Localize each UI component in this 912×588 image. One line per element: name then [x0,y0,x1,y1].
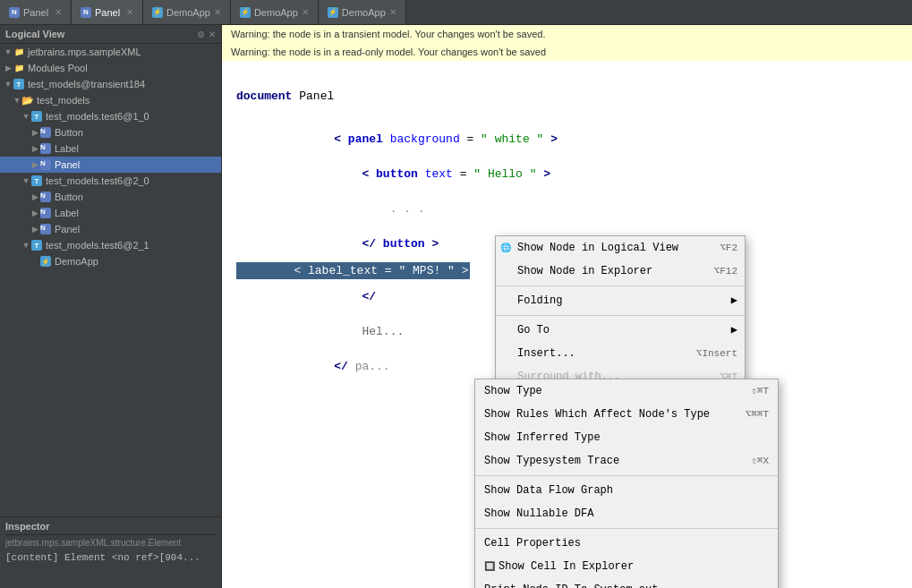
menu-item-goto[interactable]: Go To ▶ [496,319,745,342]
item-label: Print Node ID To System.out [484,582,658,588]
menu-item-insert[interactable]: Insert... ⌥Insert [496,342,745,365]
expand-arrow[interactable]: ▶ [30,144,39,153]
n-icon: N [39,191,52,203]
tab-panel-2[interactable]: N Panel ✕ [72,0,143,24]
close-icon[interactable]: ✕ [214,7,221,17]
sidebar-tools: ⚙ ✕ [197,30,216,39]
tree-item-test-models[interactable]: ▼ 📂 test_models [0,92,221,108]
tree-item-label: test_models@transient184 [28,79,145,89]
lang-debug-item-cell-props[interactable]: Cell Properties [475,532,778,555]
demo-icon: ⚡ [39,255,52,268]
tab-label: DemoApp [254,7,298,18]
warning-transient-text: Warning: the node is in a transient mode… [231,29,545,39]
separator [475,528,778,529]
tree-item-test1-0[interactable]: ▼ T test_models.test6@1_0 [0,108,221,124]
code-line-blank [236,105,898,123]
item-label: Show Type [484,383,542,399]
expand-arrow[interactable]: ▼ [21,176,30,185]
tab-label: DemoApp [166,7,210,18]
close-icon[interactable]: ✕ [389,7,396,17]
menu-item-label: Folding [517,293,562,309]
app-window: N Panel ✕ N Panel ✕ ⚡ DemoApp ✕ ⚡ DemoAp… [0,0,912,588]
expand-arrow[interactable]: ▶ [30,225,39,234]
demo-icon: ⚡ [240,7,251,18]
menu-item-folding[interactable]: Folding ▶ [496,289,745,312]
lang-debug-item-show-type[interactable]: Show Type ⇧⌘T [475,379,778,403]
tab-demoapp-3[interactable]: ⚡ DemoApp ✕ [319,0,406,24]
tree-item-root[interactable]: ▼ 📁 jetbrains.mps.sampleXML [0,44,221,60]
menu-item-show-node-explorer[interactable]: Show Node in Explorer ⌥F12 [496,260,745,283]
warning-readonly: Warning: the node is in a read-only mode… [222,43,912,61]
tree-item-test2-1[interactable]: ▼ T test_models.test6@2_1 [0,237,221,253]
tab-demoapp-1[interactable]: ⚡ DemoApp ✕ [143,0,231,24]
tree-item-label1[interactable]: ▶ N Label [0,141,221,157]
item-label: Show Nullable DFA [484,506,593,522]
code-editor[interactable]: document Panel < panel background = " wh… [222,61,912,588]
expand-arrow[interactable]: ▶ [30,209,39,217]
tree-item-modules[interactable]: ▶ 📁 Modules Pool [0,60,221,76]
tree-item-test184[interactable]: ▼ T test_models@transient184 [0,76,221,92]
test-icon: T [30,175,43,187]
inspector-title: Inspector [5,521,216,535]
tree-item-button2[interactable]: ▶ N Button [0,189,221,205]
n-icon: N [9,7,20,18]
lang-debug-item-typesystem-trace[interactable]: Show Typesystem Trace ⇧⌘X [475,449,778,473]
expand-arrow[interactable]: ▶ [30,192,39,201]
n-icon: N [39,158,52,171]
menu-item-show-node-logical[interactable]: 🌐 Show Node in Logical View ⌥F2 [496,236,745,260]
inspector-text: [content] Element <no ref>[904... [5,552,200,563]
tab-panel-1[interactable]: N Panel ✕ [0,0,72,24]
lang-debug-item-show-cell[interactable]: 🔲 Show Cell In Explorer [475,555,778,578]
inspector-panel: Inspector jetbrains.mps.sampleXML.struct… [0,516,221,588]
expand-arrow[interactable]: ▶ [30,128,39,137]
expand-arrow[interactable]: ▼ [21,241,30,250]
settings-icon[interactable]: ⚙ [197,30,205,39]
demo-icon: ⚡ [328,7,338,18]
tree-item-label2[interactable]: ▶ N Label [0,205,221,221]
tree-item-test2-0[interactable]: ▼ T test_models.test6@2_0 [0,173,221,189]
sidebar-title: Logical View [5,29,64,39]
warning-transient: Warning: the node is in a transient mode… [222,25,912,43]
close-icon[interactable]: ✕ [302,7,309,17]
lang-debug-item-nullable[interactable]: Show Nullable DFA [475,502,778,525]
shortcut: ⌥F2 [720,241,737,256]
expand-arrow[interactable]: ▼ [4,47,13,56]
sidebar-header: Logical View ⚙ ✕ [0,25,221,44]
file-tree: ▼ 📁 jetbrains.mps.sampleXML ▶ 📁 Modules … [0,44,221,516]
lang-debug-item-show-inferred[interactable]: Show Inferred Type [475,426,778,449]
separator [475,475,778,476]
folder-icon: 📂 [21,94,34,107]
expand-arrow[interactable]: ▶ [4,64,13,72]
lang-debug-item-print-node[interactable]: Print Node ID To System.out [475,578,778,588]
close-sidebar-icon[interactable]: ✕ [209,30,216,39]
tree-item-label: test_models.test6@2_0 [46,175,149,186]
n-icon: N [39,126,52,139]
code-line [236,70,898,88]
expand-arrow[interactable]: ▼ [13,96,21,105]
submenu-arrow-icon: ▶ [731,322,737,338]
tree-item-panel2[interactable]: ▶ N Panel [0,221,221,237]
item-label: Cell Properties [484,535,581,551]
warning-readonly-text: Warning: the node is in a read-only mode… [231,47,546,57]
tree-item-button1[interactable]: ▶ N Button [0,124,221,141]
expand-arrow[interactable]: ▼ [4,80,13,89]
tree-item-demoapp[interactable]: ⚡ DemoApp [0,253,221,269]
close-icon[interactable]: ✕ [126,7,133,17]
menu-item-label: Show Node in Logical View [517,240,678,256]
lang-debug-item-data-flow[interactable]: Show Data Flow Graph [475,479,778,502]
test-icon: T [30,110,43,123]
code-line-document: document Panel [236,88,898,106]
n-icon: N [39,142,52,155]
tree-item-label: test_models [37,95,89,106]
tab-demoapp-2[interactable]: ⚡ DemoApp ✕ [231,0,319,24]
close-icon[interactable]: ✕ [55,7,62,17]
demo-icon: ⚡ [152,7,163,18]
tree-item-label: Modules Pool [28,63,88,73]
lang-debug-item-show-rules[interactable]: Show Rules Which Affect Node's Type ⌥⌘⌘T [475,403,778,426]
code-line-dots: . . . [236,192,898,227]
shortcut: ⌥Insert [696,346,737,362]
tree-item-panel1[interactable]: ▶ N Panel [0,157,221,173]
tree-item-label: Label [55,208,79,218]
expand-arrow[interactable]: ▼ [21,112,30,121]
expand-arrow[interactable]: ▶ [30,160,39,169]
